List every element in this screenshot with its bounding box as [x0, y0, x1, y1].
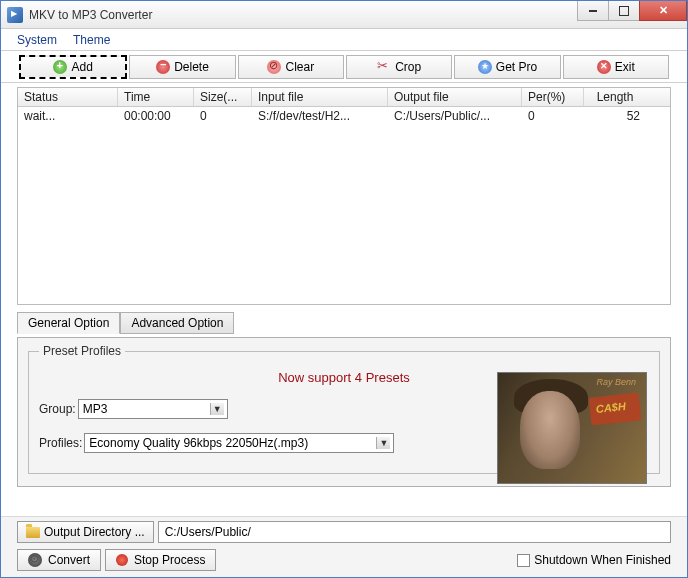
cell-size: 0: [194, 108, 252, 124]
col-size[interactable]: Size(...: [194, 88, 252, 106]
table-row[interactable]: wait... 00:00:00 0 S:/f/dev/test/H2... C…: [18, 107, 670, 125]
shutdown-label: Shutdown When Finished: [534, 553, 671, 567]
group-value: MP3: [83, 402, 108, 416]
stop-label: Stop Process: [134, 553, 205, 567]
exit-icon: [597, 60, 611, 74]
output-path-input[interactable]: C:/Users/Public/: [158, 521, 671, 543]
menu-system[interactable]: System: [9, 31, 65, 49]
cell-output: C:/Users/Public/...: [388, 108, 522, 124]
clear-icon: [267, 60, 281, 74]
col-time[interactable]: Time: [118, 88, 194, 106]
col-length[interactable]: Length: [584, 88, 646, 106]
toolbar: Add Delete Clear Crop Get Pro Exit: [1, 51, 687, 83]
video-preview: Ray Benn: [497, 372, 647, 484]
crop-label: Crop: [395, 60, 421, 74]
clear-button[interactable]: Clear: [238, 55, 344, 79]
getpro-button[interactable]: Get Pro: [454, 55, 560, 79]
maximize-button[interactable]: [608, 1, 640, 21]
close-button[interactable]: [639, 1, 687, 21]
stop-icon: [116, 554, 128, 566]
crop-button[interactable]: Crop: [346, 55, 452, 79]
menubar: System Theme: [1, 29, 687, 51]
col-status[interactable]: Status: [18, 88, 118, 106]
col-per[interactable]: Per(%): [522, 88, 584, 106]
output-directory-button[interactable]: Output Directory ...: [17, 521, 154, 543]
file-table[interactable]: Status Time Size(... Input file Output f…: [17, 87, 671, 305]
preset-profiles-fieldset: Preset Profiles Now support 4 Presets Gr…: [28, 344, 660, 474]
scissors-icon: [377, 60, 391, 74]
tab-general[interactable]: General Option: [17, 312, 120, 334]
exit-button[interactable]: Exit: [563, 55, 669, 79]
group-label: Group:: [39, 402, 76, 416]
cell-per: 0: [522, 108, 584, 124]
titlebar: MKV to MP3 Converter: [1, 1, 687, 29]
output-path-value: C:/Users/Public/: [165, 525, 251, 539]
clear-label: Clear: [285, 60, 314, 74]
group-select[interactable]: MP3: [78, 399, 228, 419]
gear-icon: [28, 553, 42, 567]
options-tabs: General Option Advanced Option: [17, 311, 671, 333]
folder-icon: [26, 527, 40, 538]
col-input[interactable]: Input file: [252, 88, 388, 106]
cell-time: 00:00:00: [118, 108, 194, 124]
stop-button[interactable]: Stop Process: [105, 549, 216, 571]
tab-panel-general: Preset Profiles Now support 4 Presets Gr…: [17, 337, 671, 487]
checkbox-icon: [517, 554, 530, 567]
cell-length: 52: [584, 108, 646, 124]
menu-theme[interactable]: Theme: [65, 31, 118, 49]
add-button[interactable]: Add: [19, 55, 127, 79]
convert-button[interactable]: Convert: [17, 549, 101, 571]
shutdown-checkbox[interactable]: Shutdown When Finished: [517, 553, 671, 567]
cell-status: wait...: [18, 108, 118, 124]
window-title: MKV to MP3 Converter: [29, 8, 578, 22]
bottom-bar: Output Directory ... C:/Users/Public/ Co…: [1, 516, 687, 577]
delete-icon: [156, 60, 170, 74]
output-directory-label: Output Directory ...: [44, 525, 145, 539]
table-header: Status Time Size(... Input file Output f…: [18, 88, 670, 107]
cell-input: S:/f/dev/test/H2...: [252, 108, 388, 124]
star-icon: [478, 60, 492, 74]
profiles-label: Profiles:: [39, 436, 82, 450]
add-icon: [53, 60, 67, 74]
profiles-value: Economy Quality 96kbps 22050Hz(.mp3): [89, 436, 308, 450]
window-controls: [578, 1, 687, 28]
delete-label: Delete: [174, 60, 209, 74]
preset-legend: Preset Profiles: [39, 344, 125, 358]
tab-advanced[interactable]: Advanced Option: [120, 312, 234, 334]
col-output[interactable]: Output file: [388, 88, 522, 106]
getpro-label: Get Pro: [496, 60, 537, 74]
add-label: Add: [71, 60, 92, 74]
exit-label: Exit: [615, 60, 635, 74]
app-window: MKV to MP3 Converter System Theme Add De…: [0, 0, 688, 578]
profiles-select[interactable]: Economy Quality 96kbps 22050Hz(.mp3): [84, 433, 394, 453]
content-area: Status Time Size(... Input file Output f…: [1, 83, 687, 516]
app-icon: [7, 7, 23, 23]
delete-button[interactable]: Delete: [129, 55, 235, 79]
minimize-button[interactable]: [577, 1, 609, 21]
convert-label: Convert: [48, 553, 90, 567]
